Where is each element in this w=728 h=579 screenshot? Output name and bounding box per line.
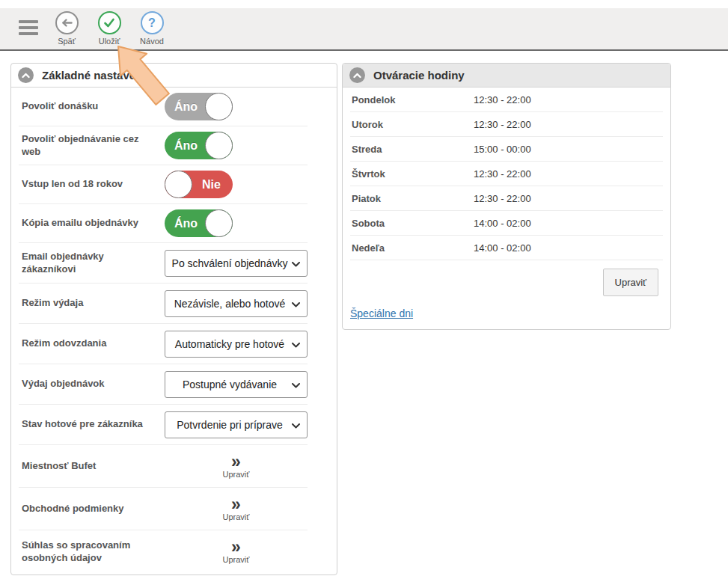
setting-label: Povoliť objednávanie cez web bbox=[19, 133, 165, 158]
check-icon bbox=[98, 11, 121, 34]
save-button[interactable]: Uložiť bbox=[92, 11, 126, 46]
setting-row-email-zakaznikovi: Email objednávky zákazníkovi Po schválen… bbox=[19, 243, 308, 284]
opening-hours-footer: Upraviť Špeciálne dni bbox=[343, 260, 670, 329]
setting-row-obchodne-podmienky: Obchodné podmienky » Upraviť bbox=[19, 488, 308, 530]
day-hours: 15:00 - 00:00 bbox=[474, 144, 531, 155]
toggle-value: Nie bbox=[192, 171, 231, 198]
setting-row-suhlas-udaje: Súhlas so spracovaním osobných údajov » … bbox=[19, 530, 308, 573]
toggle-vstup-18[interactable]: Nie bbox=[165, 171, 233, 198]
day-row-utorok: Utorok 12:30 - 22:00 bbox=[350, 112, 663, 137]
chevron-down-icon bbox=[292, 302, 300, 307]
help-button[interactable]: ? Návod bbox=[135, 11, 169, 46]
edit-obchodne-podmienky[interactable]: » Upraviť bbox=[165, 497, 308, 521]
setting-row-vstup-18: Vstup len od 18 rokov Nie bbox=[19, 165, 308, 204]
basic-settings-header: Základné nastavenia bbox=[11, 64, 337, 88]
toggle-objednavanie-web[interactable]: Áno bbox=[165, 132, 233, 159]
opening-hours-title: Otváracie hodiny bbox=[373, 69, 465, 82]
day-label: Nedeľa bbox=[350, 242, 474, 254]
save-button-label: Uložiť bbox=[99, 37, 120, 46]
setting-label: Kópia emailu objednávky bbox=[19, 217, 165, 229]
basic-settings-title: Základné nastavenia bbox=[42, 69, 152, 82]
toggle-knob bbox=[165, 171, 192, 198]
basic-settings-rows: Povoliť donášku Áno Povoliť objednávanie… bbox=[11, 88, 337, 575]
setting-label: Výdaj objednávok bbox=[19, 378, 165, 390]
day-row-nedela: Nedeľa 14:00 - 02:00 bbox=[350, 236, 663, 260]
chevron-down-icon bbox=[292, 423, 300, 429]
collapse-chevron-up-icon[interactable] bbox=[349, 67, 365, 83]
edit-link-label: Upraviť bbox=[223, 555, 250, 564]
day-row-sobota: Sobota 14:00 - 02:00 bbox=[350, 211, 663, 236]
select-stav-hotove[interactable]: Potvrdenie pri príprave bbox=[165, 411, 308, 438]
day-hours: 12:30 - 22:00 bbox=[474, 193, 531, 204]
collapse-chevron-up-icon[interactable] bbox=[18, 67, 34, 83]
select-rezim-odovzdania[interactable]: Automaticky pre hotové bbox=[165, 331, 308, 358]
setting-label: Obchodné podmienky bbox=[19, 503, 165, 515]
setting-row-stav-hotove: Stav hotové pre zákazníka Potvrdenie pri… bbox=[19, 405, 308, 445]
setting-label: Súhlas so spracovaním osobných údajov bbox=[19, 539, 165, 564]
day-label: Pondelok bbox=[350, 94, 474, 105]
setting-label: Miestnosť Bufet bbox=[19, 460, 165, 472]
main-content: Základné nastavenia Povoliť donášku Áno … bbox=[10, 63, 671, 575]
back-button-label: Späť bbox=[58, 37, 76, 46]
hamburger-bar bbox=[19, 26, 38, 29]
day-row-pondelok: Pondelok 12:30 - 22:00 bbox=[350, 88, 663, 112]
day-label: Sobota bbox=[350, 218, 474, 229]
setting-row-povolit-donasku: Povoliť donášku Áno bbox=[19, 88, 308, 126]
toggle-knob bbox=[205, 209, 233, 237]
toolbar-buttons: Späť Uložiť ? Návod bbox=[49, 11, 169, 46]
setting-row-objednavanie-web: Povoliť objednávanie cez web Áno bbox=[19, 126, 308, 165]
toggle-value: Áno bbox=[166, 209, 206, 237]
day-hours: 12:30 - 22:00 bbox=[474, 168, 531, 180]
special-days-link[interactable]: Špeciálne dni bbox=[350, 307, 413, 319]
select-value: Nezávisle, alebo hotové bbox=[174, 298, 286, 310]
toggle-povolit-donasku[interactable]: Áno bbox=[165, 93, 233, 120]
help-button-label: Návod bbox=[140, 37, 164, 46]
toolbar: Späť Uložiť ? Návod bbox=[0, 8, 728, 51]
double-chevron-right-icon: » bbox=[231, 454, 241, 469]
opening-hours-header: Otváracie hodiny bbox=[343, 64, 670, 88]
opening-hours-panel: Otváracie hodiny Pondelok 12:30 - 22:00 … bbox=[342, 63, 671, 330]
hamburger-menu-icon[interactable] bbox=[19, 20, 38, 35]
select-email-zakaznikovi[interactable]: Po schválení objednávky bbox=[165, 250, 308, 277]
setting-row-kopia-emailu: Kópia emailu objednávky Áno bbox=[19, 204, 308, 243]
select-value: Po schválení objednávky bbox=[172, 257, 288, 269]
double-chevron-right-icon: » bbox=[231, 497, 241, 512]
basic-settings-panel: Základné nastavenia Povoliť donášku Áno … bbox=[10, 63, 337, 575]
hamburger-bar bbox=[19, 20, 38, 23]
select-rezim-vydaja[interactable]: Nezávisle, alebo hotové bbox=[165, 290, 308, 317]
select-vydaj-objednavok[interactable]: Postupné vydávanie bbox=[165, 371, 308, 398]
edit-suhlas-udaje[interactable]: » Upraviť bbox=[165, 539, 308, 564]
hamburger-bar bbox=[19, 32, 38, 35]
edit-miestnost-bufet[interactable]: » Upraviť bbox=[165, 454, 308, 479]
setting-label: Vstup len od 18 rokov bbox=[19, 178, 165, 190]
setting-label: Email objednávky zákazníkovi bbox=[19, 251, 165, 275]
toggle-value: Áno bbox=[166, 132, 206, 159]
opening-hours-edit-button[interactable]: Upraviť bbox=[603, 269, 658, 296]
edit-link-label: Upraviť bbox=[223, 470, 250, 479]
toggle-kopia-emailu[interactable]: Áno bbox=[165, 209, 233, 237]
toggle-knob bbox=[205, 132, 233, 159]
day-label: Streda bbox=[350, 144, 474, 155]
setting-label: Režim odovzdania bbox=[19, 337, 165, 349]
day-label: Utorok bbox=[350, 119, 474, 130]
day-label: Piatok bbox=[350, 193, 474, 204]
setting-label: Režim výdaja bbox=[19, 297, 165, 309]
select-value: Postupné vydávanie bbox=[183, 379, 277, 390]
day-row-piatok: Piatok 12:30 - 22:00 bbox=[350, 186, 663, 211]
setting-row-rezim-vydaja: Režim výdaja Nezávisle, alebo hotové bbox=[19, 284, 308, 324]
opening-hours-rows: Pondelok 12:30 - 22:00 Utorok 12:30 - 22… bbox=[343, 88, 670, 260]
question-icon: ? bbox=[141, 11, 164, 34]
setting-row-miestnost-bufet: Miestnosť Bufet » Upraviť bbox=[19, 445, 308, 488]
back-arrow-icon bbox=[55, 11, 79, 34]
edit-link-label: Upraviť bbox=[223, 512, 250, 521]
day-row-streda: Streda 15:00 - 00:00 bbox=[350, 137, 663, 162]
chevron-down-icon bbox=[292, 383, 300, 388]
setting-label: Stav hotové pre zákazníka bbox=[19, 418, 165, 430]
setting-label: Povoliť donášku bbox=[19, 100, 165, 112]
back-button[interactable]: Späť bbox=[49, 11, 84, 46]
toggle-value: Áno bbox=[166, 93, 206, 120]
day-label: Štvrtok bbox=[350, 168, 474, 180]
day-row-stvrtok: Štvrtok 12:30 - 22:00 bbox=[350, 162, 663, 186]
setting-row-rezim-odovzdania: Režim odovzdania Automaticky pre hotové bbox=[19, 324, 308, 364]
double-chevron-right-icon: » bbox=[231, 539, 241, 554]
